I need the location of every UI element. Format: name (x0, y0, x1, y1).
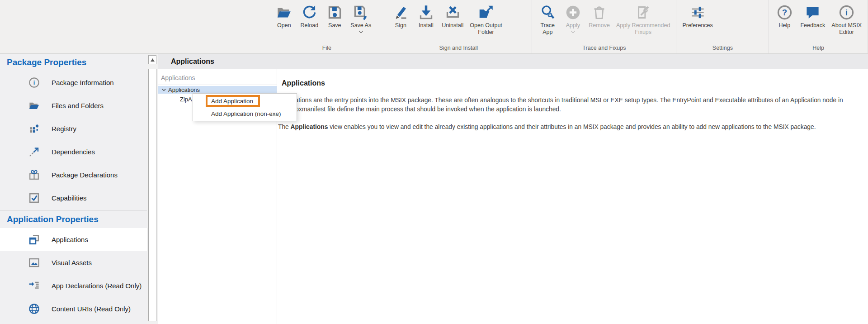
ribbon-button-apply[interactable]: Apply (560, 2, 585, 33)
remove-trash-icon (590, 4, 609, 21)
ribbon-group-label: Settings (678, 44, 767, 53)
ribbon-button-sign[interactable]: Sign (388, 2, 413, 29)
tree-panel-label: Applications (158, 73, 277, 85)
chevron-down-icon[interactable] (160, 86, 167, 94)
ribbon-button-feedback[interactable]: Feedback (797, 2, 828, 29)
ribbon-group-label: Help (771, 44, 866, 53)
apply-plus-icon (563, 4, 582, 21)
ribbon-button-label: Preferences (682, 22, 712, 29)
ribbon-button-label: Reload (301, 22, 319, 29)
ribbon-toolbar: Open Reload Save (0, 0, 868, 54)
main-body: Applications Applications ZipA Applicati… (158, 69, 868, 324)
ribbon-button-open-output[interactable]: Open Output Folder (467, 2, 505, 36)
context-menu: Add Application Add Application (non-exe… (193, 93, 297, 121)
sidebar-item-registry[interactable]: Registry (0, 117, 147, 140)
sidebar-section: Package Properties i Package Information… (0, 54, 147, 210)
scrollbar-thumb[interactable] (148, 69, 156, 321)
ribbon-button-apply-recommended[interactable]: Apply Recommended Fixups (613, 2, 674, 36)
description-heading: Applications (282, 79, 849, 87)
sidebar-item-label: Capabilities (52, 194, 87, 202)
context-menu-item-add-application[interactable]: Add Application (193, 95, 297, 107)
ribbon-button-label: Save As (350, 22, 371, 29)
sidebar-item-dependencies[interactable]: Dependencies (0, 140, 147, 163)
content-area: Package Properties i Package Information… (0, 54, 868, 324)
sign-icon (391, 4, 410, 21)
about-icon: i (837, 4, 856, 21)
visual-assets-icon (28, 257, 40, 269)
ribbon-group: Open Reload Save (269, 0, 385, 53)
ribbon-button-about-msix[interactable]: i About MSIX Editor (828, 2, 865, 36)
open-output-folder-icon (476, 4, 495, 21)
main-panel: Applications Applications Applications Z… (158, 54, 868, 324)
ribbon-group: Preferences Settings (676, 0, 769, 53)
ribbon-button-save[interactable]: Save (322, 2, 347, 29)
context-menu-item-add-application-non-exe[interactable]: Add Application (non-exe) (193, 107, 297, 120)
ribbon-group-label: File (270, 44, 383, 53)
content-uris-icon (28, 303, 40, 315)
trace-app-icon (538, 4, 557, 21)
sidebar-item-content-uris-read-only[interactable]: Content URIs (Read Only) (0, 297, 147, 320)
package-declarations-icon (28, 169, 40, 181)
files-folders-icon (28, 100, 40, 112)
ribbon-button-preferences[interactable]: Preferences (679, 2, 716, 29)
ribbon-button-label: Trace App (541, 22, 555, 36)
ribbon-group: ? Help Feedback i About MSIX Editor (769, 0, 868, 53)
scrollbar-up-button[interactable] (148, 55, 156, 64)
help-icon: ? (775, 4, 794, 21)
sidebar-item-capabilities[interactable]: Capabilities (0, 186, 147, 210)
ribbon-group-label: Trace and Fixups (534, 44, 674, 53)
save-as-icon (351, 4, 370, 21)
reload-icon (300, 4, 319, 21)
sidebar-section: Application Properties Applications Visu… (0, 210, 147, 320)
sidebar-item-app-declarations-read-only[interactable]: App Declarations (Read Only) (0, 274, 147, 297)
scroll-up-icon (151, 58, 155, 62)
sidebar-item-package-information[interactable]: i Package Information (0, 71, 147, 94)
sidebar-item-label: Package Declarations (52, 171, 118, 179)
sidebar-item-label: Visual Assets (52, 259, 92, 267)
svg-text:i: i (33, 80, 35, 86)
ribbon-group: Sign Install Uninstall (385, 0, 532, 53)
sidebar-scrollbar[interactable] (147, 54, 158, 324)
description-panel: Applications Applications are the entry … (277, 69, 868, 324)
ribbon-button-trace[interactable]: Trace App (535, 2, 560, 36)
ribbon-button-uninstall[interactable]: Uninstall (439, 2, 467, 29)
recommended-fixups-icon (634, 4, 653, 21)
ribbon-button-label: About MSIX Editor (831, 22, 862, 36)
chevron-down-icon[interactable] (571, 29, 575, 33)
dependencies-icon (28, 146, 40, 158)
context-menu-item-label: Add Application (non-exe) (211, 110, 281, 117)
ribbon-button-save-as[interactable]: Save As (347, 2, 374, 33)
ribbon-button-label: Save (328, 22, 341, 29)
open-folder-icon (274, 4, 293, 21)
ribbon-group-label: Sign and Install (387, 44, 530, 53)
sidebar-item-applications[interactable]: Applications (0, 228, 147, 251)
sidebar-item-label: Package Information (52, 79, 114, 86)
page-header: Applications (158, 54, 868, 69)
ribbon-button-label: Uninstall (442, 22, 463, 29)
preferences-icon (688, 4, 707, 21)
ribbon-button-label: Sign (395, 22, 406, 29)
registry-icon (28, 123, 40, 135)
app-declarations-icon (28, 280, 40, 292)
ribbon-button-label: Help (779, 22, 791, 29)
ribbon-button-open[interactable]: Open (271, 2, 297, 29)
sidebar-item-package-declarations[interactable]: Package Declarations (0, 163, 147, 186)
tree-node-label: ZipA (180, 96, 192, 103)
chevron-down-icon[interactable] (359, 29, 363, 33)
sidebar-item-visual-assets[interactable]: Visual Assets (0, 251, 147, 274)
sidebar-item-label: Applications (52, 236, 88, 243)
ribbon-button-remove[interactable]: Remove (585, 2, 613, 29)
ribbon-button-reload[interactable]: Reload (297, 2, 322, 29)
ribbon-empty-area (0, 0, 269, 53)
svg-text:i: i (845, 8, 848, 17)
tree-node-applications[interactable]: Applications (158, 86, 277, 94)
install-icon (416, 4, 435, 21)
feedback-icon (803, 4, 822, 21)
svg-text:?: ? (782, 8, 787, 17)
capabilities-icon (28, 192, 40, 204)
ribbon-button-label: Open (277, 22, 291, 29)
context-menu-item-label: Add Application (211, 98, 253, 105)
ribbon-button-install[interactable]: Install (413, 2, 439, 29)
sidebar-item-files-and-folders[interactable]: Files and Folders (0, 94, 147, 117)
ribbon-button-help[interactable]: ? Help (772, 2, 797, 29)
